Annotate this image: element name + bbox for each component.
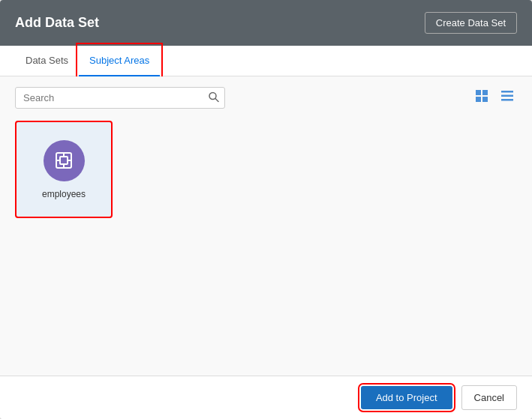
card-label: employees: [42, 189, 86, 199]
modal-header: Add Data Set Create Data Set: [0, 0, 532, 46]
modal-body: employees: [0, 76, 532, 376]
cancel-button[interactable]: Cancel: [461, 385, 517, 410]
create-dataset-button[interactable]: Create Data Set: [425, 12, 517, 34]
view-toggles: [472, 88, 517, 108]
svg-rect-4: [476, 97, 481, 102]
tab-bar: Data Sets Subject Areas: [0, 46, 532, 76]
list-view-button[interactable]: [497, 88, 517, 108]
svg-rect-2: [476, 90, 481, 95]
search-input[interactable]: [15, 87, 225, 109]
card-icon-circle: [44, 140, 85, 181]
grid-view-button[interactable]: [472, 88, 491, 108]
search-icon: [209, 91, 219, 102]
svg-rect-8: [501, 99, 513, 101]
svg-rect-7: [501, 95, 513, 97]
grid-icon: [475, 89, 488, 103]
add-dataset-modal: Add Data Set Create Data Set Data Sets S…: [0, 0, 532, 419]
tab-subject-areas[interactable]: Subject Areas: [79, 46, 160, 76]
svg-rect-5: [482, 97, 488, 102]
tab-data-sets[interactable]: Data Sets: [15, 46, 79, 76]
search-icon-button[interactable]: [209, 91, 219, 104]
content-area: employees: [15, 121, 517, 365]
svg-rect-10: [60, 157, 68, 164]
search-row: [15, 87, 517, 109]
modal-footer: Add to Project Cancel: [0, 376, 532, 419]
list-icon: [500, 89, 514, 103]
list-item[interactable]: employees: [15, 121, 113, 218]
add-to-project-button[interactable]: Add to Project: [361, 386, 452, 409]
subject-area-icon: [52, 148, 76, 172]
svg-rect-3: [482, 90, 488, 95]
svg-line-1: [215, 98, 218, 101]
search-input-wrapper: [15, 87, 225, 109]
modal-title: Add Data Set: [15, 15, 99, 31]
svg-rect-6: [501, 91, 513, 93]
